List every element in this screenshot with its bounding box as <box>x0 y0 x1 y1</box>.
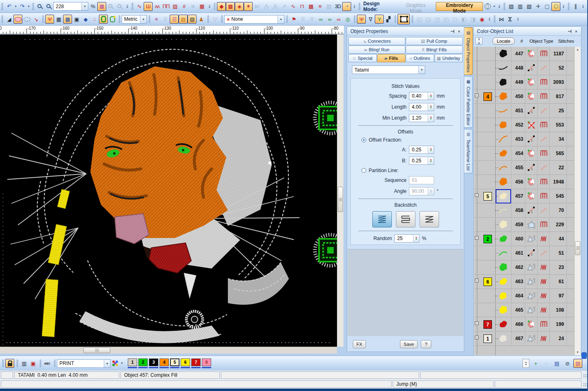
collapse-group-icon[interactable]: − <box>475 321 479 325</box>
spinner-arrows-icon[interactable]: ▲▼ <box>428 103 434 111</box>
list-row[interactable]: −5457545 <box>474 189 574 203</box>
offset-fraction-radio[interactable] <box>361 138 366 142</box>
canvas-vertical-scrollbar[interactable] <box>337 35 343 347</box>
flag-nodes-icon[interactable]: ⚑ <box>289 15 298 24</box>
grid-icon[interactable]: ▦ <box>54 15 63 24</box>
list-row[interactable]: 4471187 <box>474 47 574 61</box>
grid-settings-icon[interactable]: ▦ <box>63 15 72 24</box>
toolbar-overflow-icon[interactable]: »▾ <box>487 14 492 24</box>
list-row[interactable]: −646361 <box>474 275 574 289</box>
list-row[interactable]: 46497 <box>474 289 574 303</box>
backstitch-zigzag-button[interactable] <box>420 211 439 227</box>
object-type-cell[interactable] <box>525 90 538 103</box>
row-height-spinner[interactable]: ▲▼ <box>522 359 529 368</box>
group-color-badge[interactable]: 7 <box>483 320 492 329</box>
pin-icon[interactable]: ⊤ <box>566 28 573 35</box>
thread-swatch-7[interactable]: 7 <box>191 358 201 369</box>
satin-fill-icon[interactable]: ΠΠ <box>162 2 170 11</box>
list-row[interactable]: 451125 <box>474 104 574 118</box>
object-type-cell[interactable] <box>525 232 538 246</box>
canvas-horizontal-scrollbar[interactable] <box>0 347 337 354</box>
locate-button[interactable]: Locate <box>492 37 515 45</box>
stipple-icon[interactable]: ▩ <box>306 2 315 11</box>
group-color-badge[interactable]: 4 <box>483 92 492 101</box>
save-as-text-icon[interactable]: ABC <box>43 359 52 368</box>
backdrop-image-icon[interactable]: ▣ <box>72 15 81 24</box>
backstitch-offset-button[interactable] <box>372 211 392 227</box>
pen-tool-icon[interactable]: ◢ <box>4 15 13 24</box>
stitch-type-cell[interactable] <box>538 317 550 331</box>
design-notes-icon[interactable]: ▤ <box>188 15 197 24</box>
pin-icon[interactable]: ⊤ <box>449 28 456 35</box>
list-row[interactable]: 461151 <box>474 246 574 260</box>
stitch-type-cell[interactable] <box>538 275 550 288</box>
tab-outlines[interactable]: ○Outlines <box>406 54 434 62</box>
redo-dropdown-icon[interactable]: ▾ <box>26 2 31 11</box>
density-lines-icon[interactable]: ▤ <box>179 15 188 24</box>
backstitch-straight-button[interactable] <box>396 211 415 227</box>
list-row[interactable]: 4493093 <box>474 75 574 90</box>
fill-type-combo[interactable]: Tatami ▾ <box>352 66 425 74</box>
undo-icon[interactable]: ↶ <box>4 2 13 11</box>
object-type-cell[interactable] <box>525 218 538 232</box>
collapse-group-icon[interactable]: − <box>475 94 479 97</box>
collapse-group-icon[interactable]: − <box>475 279 479 282</box>
redo-icon[interactable]: ↷ <box>17 2 26 11</box>
object-type-cell[interactable] <box>525 260 538 274</box>
spinner-arrows-icon[interactable]: ▲▼ <box>428 92 434 100</box>
thread-swatch-5[interactable]: 5 <box>170 358 179 369</box>
offset-b-spinner[interactable]: 0.25▲▼ <box>409 157 434 165</box>
stitch-type-cell[interactable] <box>538 118 550 132</box>
list-row[interactable]: 448152 <box>474 61 574 75</box>
stitch-type-cell[interactable] <box>538 232 550 246</box>
ellipse-tool-icon[interactable] <box>13 15 22 24</box>
close-icon[interactable]: × <box>456 28 462 35</box>
e-stitch-icon[interactable]: ∿ <box>289 2 297 11</box>
center-crosshair-icon[interactable]: ✛ <box>533 2 542 11</box>
spinner-arrows-icon[interactable]: ▲▼ <box>428 146 434 153</box>
manual-stitch-icon[interactable]: ∿ <box>135 2 144 11</box>
fill-region-icon[interactable]: ▩ <box>226 2 235 11</box>
design-capture-icon[interactable]: ▣ <box>28 359 37 368</box>
thread-swatch-1[interactable]: 1 <box>128 358 137 369</box>
stitch-type-cell[interactable] <box>538 61 550 75</box>
stitch-type-cell[interactable] <box>538 303 550 317</box>
globe-dropdown-icon[interactable]: ▾ <box>492 2 496 11</box>
stitch-type-cell[interactable] <box>538 289 550 303</box>
stitch-type-cell[interactable] <box>538 189 550 203</box>
zoom-level-combo[interactable]: 228▾ <box>53 2 88 11</box>
group-color-badge[interactable]: 2 <box>483 235 492 243</box>
motif-fill-icon[interactable]: ▨ <box>170 2 179 11</box>
scrollbar-handle[interactable] <box>575 241 580 255</box>
side-tab-color-palette-editor[interactable]: ▦Color Palette Editor <box>464 76 473 128</box>
tab-underlay[interactable]: ▨Underlay <box>435 54 463 62</box>
chain-a-icon[interactable]: ∞ <box>316 15 325 24</box>
object-type-cell[interactable] <box>525 47 538 61</box>
mirror-horizontal-icon[interactable]: ⋈ <box>497 15 506 24</box>
min-length-spinner[interactable]: 1.20▲▼ <box>409 114 434 122</box>
close-icon[interactable]: × <box>573 28 579 35</box>
object-type-cell[interactable] <box>525 275 538 288</box>
color-order-icon[interactable]: ☰ <box>170 15 179 24</box>
stitch-type-cell[interactable] <box>538 203 550 217</box>
chain-b-icon[interactable]: ∞ <box>325 15 334 24</box>
list-row[interactable]: 459229 <box>474 218 574 232</box>
group-color-badge[interactable]: 1 <box>483 334 492 343</box>
toolbar-overflow-icon[interactable]: »▾ <box>581 2 586 11</box>
units-combo[interactable]: Metric▾ <box>122 15 147 24</box>
machine-format-combo[interactable]: PRINT▾ <box>57 359 111 368</box>
outline-box-icon[interactable]: ▢ <box>542 2 551 11</box>
offset-a-spinner[interactable]: 0.25▲▼ <box>409 146 434 154</box>
measure-line-icon[interactable]: ↘ <box>31 15 40 24</box>
stitch-type-cell[interactable] <box>538 218 550 232</box>
list-row[interactable]: 452553 <box>474 118 574 132</box>
end-marker-icon[interactable]: ∇ <box>366 15 375 24</box>
tatami-fill-icon[interactable]: Ш <box>144 2 153 11</box>
percent-icon[interactable]: % <box>88 2 97 11</box>
group-color-badge[interactable]: 6 <box>483 277 492 286</box>
object-type-cell[interactable]: 1 <box>525 132 538 146</box>
stitch-type-cell[interactable] <box>538 161 550 175</box>
globe-icon[interactable] <box>483 2 492 11</box>
beads-icon[interactable]: ∴ <box>90 15 99 24</box>
stitch-marks-icon[interactable]: ▧ <box>507 2 516 11</box>
